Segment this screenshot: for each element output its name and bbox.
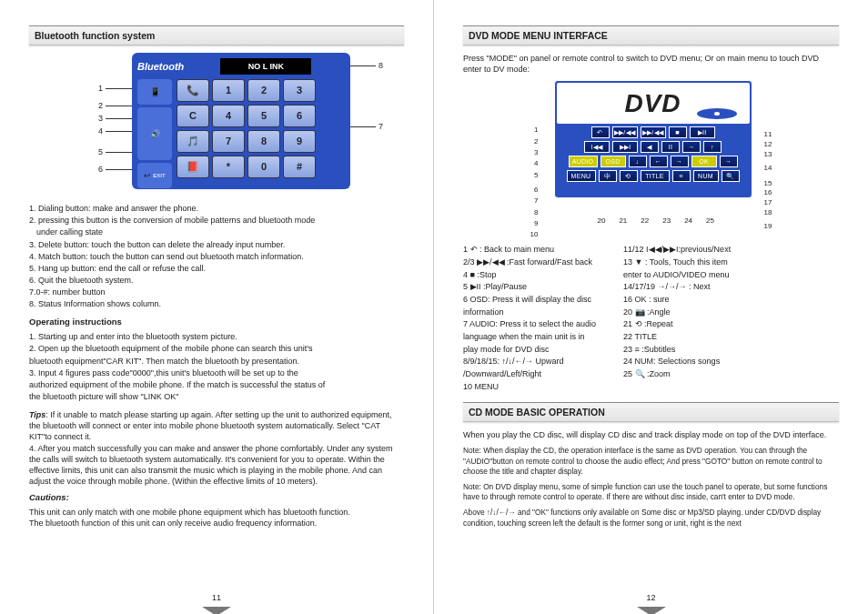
play-pause-button[interactable]: ▶II <box>690 126 715 138</box>
operating-instructions-head: Operating instructions <box>29 317 404 328</box>
tips-head: Tips <box>29 410 45 419</box>
dvd-bottom-numbers: 202122232425 <box>598 216 714 226</box>
bluetooth-diagram: 1 2 3 4 5 6 8 7 Bluetooth NO L INK 📱 🔊 ↩… <box>48 53 385 194</box>
page-arrow-icon <box>202 607 231 614</box>
dvd-row-3: AUDIO OSD ↓ ← → OK → <box>557 156 750 167</box>
title-button[interactable]: TITLE <box>641 170 670 182</box>
next-arrow-button[interactable]: → <box>682 141 701 153</box>
up-button[interactable]: ↑ <box>703 141 722 153</box>
key-6[interactable]: 6 <box>283 105 316 127</box>
down-button[interactable]: ↓ <box>629 156 647 167</box>
ok-button[interactable]: OK <box>691 156 717 167</box>
bluetooth-desc-list: 1. Dialing button: make and answer the p… <box>29 203 404 309</box>
sound-icon: 🔊 <box>137 107 172 160</box>
audio-button[interactable]: AUDIO <box>569 156 598 167</box>
delete-button[interactable]: C <box>177 105 209 127</box>
cd-intro: When you play the CD disc, will display … <box>463 429 839 440</box>
ff-button[interactable]: ▶▶/◀◀ <box>612 126 638 138</box>
dvd-legend: 1 ↶ : Back to main menu 2/3 ▶▶/◀◀ :Fast … <box>463 244 839 393</box>
key-1[interactable]: 1 <box>212 79 245 102</box>
next-button[interactable]: ▶▶I <box>612 141 638 153</box>
repeat-button[interactable]: ⟲ <box>620 170 638 182</box>
desc-line: 8. Status Information shows column. <box>29 298 404 309</box>
angle-button[interactable]: 中 <box>599 170 617 182</box>
desc-line: 1. Dialing button: make and answer the p… <box>29 203 404 214</box>
cd-note-1: Note: When display the CD, the operation… <box>463 446 839 477</box>
key-star[interactable]: * <box>212 156 245 178</box>
page-12: DVD MODE MENU INTERFACE Press "MODE" on … <box>434 0 868 614</box>
dial-button[interactable]: 📞 <box>177 79 209 102</box>
key-0[interactable]: 0 <box>247 156 280 178</box>
key-4[interactable]: 4 <box>212 105 245 127</box>
left-arrow-button[interactable]: ◀ <box>641 141 659 153</box>
dvd-diagram: 12345 678910 111213 14 15161718 19 DVD ↶… <box>483 80 820 237</box>
cd-note-3: Above ↑/↓/←/→ and "OK" functions only av… <box>463 508 839 528</box>
stop-button[interactable]: ■ <box>669 126 687 138</box>
key-hash[interactable]: # <box>283 156 316 178</box>
dvd-panel: DVD ↶ ▶▶/◀◀ ▶▶/◀◀ ■ ▶II I◀◀ ▶▶I ◀ II → ↑ <box>554 80 752 198</box>
right-button[interactable]: → <box>671 156 689 167</box>
bluetooth-section-title: Bluetooth function system <box>29 25 404 45</box>
next2-button[interactable]: → <box>720 156 738 167</box>
desc-line: 6. Quit the bluetooth system. <box>29 275 404 286</box>
page-11: Bluetooth function system 1 2 3 4 5 6 8 … <box>0 0 434 614</box>
key-7[interactable]: 7 <box>212 130 245 153</box>
page-number: 12 <box>646 592 655 603</box>
op-line: bluetooth equipment"CAR KIT". Then match… <box>29 356 404 367</box>
legend-col-right: 11/12 I◀◀/▶▶I:previous/Next 13 ▼ : Tools… <box>623 244 731 393</box>
cd-note-2: Note: On DVD display menu, some of simpl… <box>463 482 839 502</box>
dvd-row-4: MENU 中 ⟲ TITLE ≡ NUM 🔍 <box>557 170 750 182</box>
legend-col-left: 1 ↶ : Back to main menu 2/3 ▶▶/◀◀ :Fast … <box>463 244 596 393</box>
cautions-text: This unit can only match with one mobile… <box>29 507 404 528</box>
key-5[interactable]: 5 <box>247 105 280 127</box>
op-line: the bluetooth picture will show "LINK OK… <box>29 391 404 402</box>
bluetooth-status: NO L INK <box>220 58 311 75</box>
tips-block: Tips: If it unable to match please start… <box>29 409 404 487</box>
op-line: authorized equipment of the mobile phone… <box>29 379 404 390</box>
operating-instructions: 1. Starting up and enter into the blueto… <box>29 331 404 402</box>
desc-line: 4. Match button: touch the button can se… <box>29 251 404 262</box>
bluetooth-keypad: 📞 1 2 3 C 4 5 6 🎵 7 8 9 📕 * 0 # <box>177 79 316 188</box>
op-line: 2. Open up the bluetooth equipment of th… <box>29 343 404 354</box>
dvd-intro: Press "MODE" on panel or remote control … <box>463 53 839 75</box>
dvd-left-numbers: 12345 678910 <box>530 126 539 239</box>
tips-text: : If it unable to match please starting … <box>29 410 393 486</box>
prev-button[interactable]: I◀◀ <box>584 141 610 153</box>
left-button[interactable]: ← <box>650 156 668 167</box>
back-button[interactable]: ↶ <box>591 126 610 138</box>
desc-line: 7.0-#: number button <box>29 287 404 297</box>
desc-line: under calling state <box>29 226 404 237</box>
exit-icon: ↩EXIT <box>137 163 172 188</box>
callout-7: 7 <box>348 121 383 132</box>
match-button[interactable]: 🎵 <box>177 130 209 153</box>
zoom-button[interactable]: 🔍 <box>722 170 740 182</box>
key-9[interactable]: 9 <box>283 130 316 153</box>
bluetooth-icon-column: 📱 🔊 ↩EXIT <box>137 79 172 188</box>
op-line: 1. Starting up and enter into the blueto… <box>29 331 404 342</box>
menu-button[interactable]: MENU <box>567 170 596 182</box>
key-3[interactable]: 3 <box>283 79 316 102</box>
bluetooth-panel: Bluetooth NO L INK 📱 🔊 ↩EXIT 📞 1 2 3 C 4… <box>132 53 350 189</box>
tools-button[interactable]: II <box>661 141 680 153</box>
key-2[interactable]: 2 <box>247 79 280 102</box>
subtitles-button[interactable]: ≡ <box>672 170 691 182</box>
dvd-logo-text: DVD <box>624 86 681 121</box>
page-arrow-icon <box>637 607 666 614</box>
key-8[interactable]: 8 <box>247 130 280 153</box>
fb-button[interactable]: ▶▶/◀◀ <box>641 126 666 138</box>
desc-line: 3. Delete button: touch the button can d… <box>29 239 404 250</box>
dvd-right-numbers: 111213 14 15161718 19 <box>764 130 772 231</box>
bluetooth-title: Bluetooth <box>137 60 184 74</box>
cd-section-title: CD MODE BASIC OPERATION <box>463 402 839 422</box>
osd-button[interactable]: OSD <box>601 156 626 167</box>
dvd-row-2: I◀◀ ▶▶I ◀ II → ↑ <box>557 141 750 153</box>
op-line: 3. Input 4 figures pass code"0000",this … <box>29 367 404 378</box>
num-button[interactable]: NUM <box>693 170 719 182</box>
desc-line: 5. Hang up button: end the call or refus… <box>29 263 404 274</box>
phone-device-icon: 📱 <box>137 79 172 105</box>
dvd-logo-area: DVD <box>557 83 750 124</box>
cautions-head: Cautions: <box>29 492 404 504</box>
hangup-button[interactable]: 📕 <box>177 156 209 178</box>
dvd-section-title: DVD MODE MENU INTERFACE <box>463 25 839 45</box>
disc-icon <box>697 108 737 119</box>
